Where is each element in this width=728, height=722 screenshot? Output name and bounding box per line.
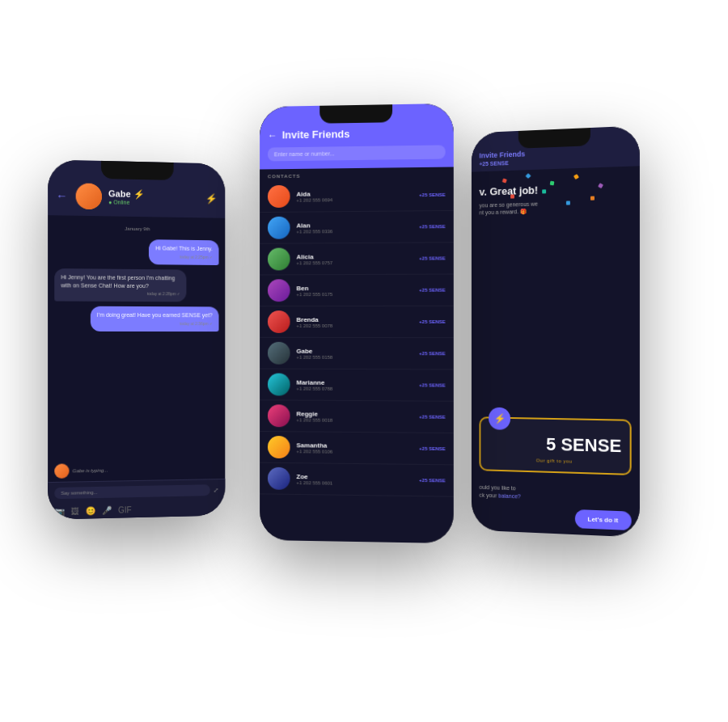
contact-marianne-name: Marianne <box>296 378 413 386</box>
confetti-4 <box>574 174 579 179</box>
chat-input-field[interactable]: Say something... <box>54 484 210 499</box>
contact-alan-info: Alan +1 202 555 0336 <box>296 221 413 234</box>
reward-lets-do-it-button[interactable]: Let's do it <box>574 509 631 530</box>
message-1-text: Hi Gabe! This is Jenny. <box>155 245 213 251</box>
contact-zoe-info: Zoe +1 202 555 0601 <box>296 473 413 487</box>
contact-brenda: Brenda +1 202 555 0078 +25 SENSE <box>260 306 454 338</box>
contact-brenda-name: Brenda <box>296 315 413 323</box>
chat-screen: ← Gabe ⚡ ● Online ⚡ January 9th Hi Gabe!… <box>48 159 225 519</box>
contact-gabe: Gabe +1 202 555 0158 +25 SENSE <box>260 338 454 370</box>
contact-gabe-name: Gabe <box>296 347 413 354</box>
reward-great-job-text: v. Great job! <box>479 184 538 199</box>
confetti-8 <box>590 196 595 201</box>
confetti-1 <box>502 178 507 183</box>
contact-alan: Alan +1 202 555 0336 +25 SENSE <box>260 211 454 244</box>
contact-samantha-action[interactable]: +25 SENSE <box>419 446 446 451</box>
reward-confetti-area: v. Great job! you are so generous went y… <box>472 166 640 413</box>
contact-samantha-info: Samantha +1 202 555 0106 <box>296 441 413 454</box>
phone-chat: ← Gabe ⚡ ● Online ⚡ January 9th Hi Gabe!… <box>48 159 225 519</box>
contact-aida-action[interactable]: +25 SENSE <box>419 192 446 197</box>
emoji-icon[interactable]: 😊 <box>86 506 95 515</box>
chat-messages: January 9th Hi Gabe! This is Jenny. toda… <box>48 215 225 461</box>
chat-name-block: Gabe ⚡ ● Online <box>108 188 199 206</box>
contact-alan-action[interactable]: +25 SENSE <box>419 224 446 229</box>
reward-bottom: ould you like tock your balance? Let's d… <box>472 477 640 538</box>
invite-title-row: ← Invite Friends <box>268 126 446 141</box>
contact-marianne-phone: +1 202 555 0788 <box>296 386 413 391</box>
contact-alicia-phone: +1 202 555 0757 <box>296 260 413 265</box>
reward-gift-label: Our gift to you <box>489 457 621 466</box>
typing-avatar <box>54 463 69 479</box>
image-icon[interactable]: 🖼 <box>71 507 79 516</box>
contact-samantha-avatar <box>268 436 290 458</box>
contact-marianne-avatar <box>268 374 290 396</box>
phone-reward: Invite Friends +25 SENSE v. Great job! <box>472 125 640 537</box>
confetti-9 <box>566 201 570 205</box>
contact-ben-name: Ben <box>296 284 413 291</box>
invite-back-icon[interactable]: ← <box>268 129 277 141</box>
contact-samantha: Samantha +1 202 555 0106 +25 SENSE <box>260 432 454 465</box>
chat-icons-bar: 📷 🖼 😊 🎤 GIF <box>48 500 225 520</box>
confetti-2 <box>526 173 531 179</box>
reward-notch <box>518 128 590 149</box>
chat-expand-icon[interactable]: ⤢ <box>214 486 219 493</box>
contact-reggie-avatar <box>268 404 290 427</box>
contact-gabe-avatar <box>268 342 290 365</box>
contact-brenda-avatar <box>268 310 290 333</box>
contact-marianne-info: Marianne +1 202 555 0788 <box>296 378 413 391</box>
contact-ben-avatar <box>268 279 290 302</box>
chat-bolt-icon[interactable]: ⚡ <box>205 193 218 205</box>
phone-invite: ← Invite Friends Enter name or number...… <box>260 103 454 543</box>
contact-alicia: Alicia +1 202 555 0757 +25 SENSE <box>260 243 454 275</box>
reward-btn-row: Let's do it <box>479 505 631 530</box>
contact-alicia-action[interactable]: +25 SENSE <box>419 255 446 260</box>
message-2-text: Hi Jenny! You are the first person I'm c… <box>61 274 175 289</box>
invite-title: Invite Friends <box>282 128 350 141</box>
scene: ← Gabe ⚡ ● Online ⚡ January 9th Hi Gabe!… <box>0 0 728 722</box>
reward-amount: 5 SENSE <box>489 433 621 458</box>
contact-reggie-phone: +1 202 555 0018 <box>296 417 413 423</box>
message-2-time: today at 2:28pm ✓ <box>61 291 180 298</box>
confetti-7 <box>542 189 546 193</box>
confetti-3 <box>550 181 555 186</box>
contact-gabe-action[interactable]: +25 SENSE <box>419 351 446 356</box>
contact-zoe-phone: +1 202 555 0601 <box>296 480 413 487</box>
contact-aida-avatar <box>268 185 290 208</box>
invite-notch <box>320 104 392 124</box>
contact-ben-action[interactable]: +25 SENSE <box>419 288 446 293</box>
chat-back-icon[interactable]: ← <box>56 189 67 202</box>
confetti-5 <box>598 183 603 188</box>
contact-brenda-info: Brenda +1 202 555 0078 <box>296 315 413 327</box>
contacts-list: Aida +1 202 555 0694 +25 SENSE Alan +1 2… <box>260 179 454 544</box>
contact-reggie-action[interactable]: +25 SENSE <box>419 415 446 420</box>
gif-icon[interactable]: GIF <box>118 505 132 514</box>
contact-marianne-action[interactable]: +25 SENSE <box>419 382 446 387</box>
contact-brenda-action[interactable]: +25 SENSE <box>419 319 446 324</box>
reward-question-text: ould you like tock your balance? <box>479 483 631 505</box>
contact-aida: Aida +1 202 555 0694 +25 SENSE <box>260 179 454 213</box>
contact-gabe-phone: +1 202 555 0158 <box>296 354 413 359</box>
contact-zoe-action[interactable]: +25 SENSE <box>419 478 446 483</box>
contact-ben-info: Ben +1 202 555 0175 <box>296 284 413 296</box>
invite-search-field[interactable]: Enter name or number... <box>268 145 446 161</box>
mic-icon[interactable]: 🎤 <box>102 506 112 515</box>
contact-aida-info: Aida +1 202 555 0694 <box>296 189 413 202</box>
contact-samantha-phone: +1 202 555 0106 <box>296 449 413 454</box>
contact-zoe-avatar <box>268 467 290 490</box>
contact-gabe-info: Gabe +1 202 555 0158 <box>296 347 413 359</box>
contact-reggie-info: Reggie +1 202 555 0018 <box>296 410 413 423</box>
reward-card: ⚡ 5 SENSE Our gift to you <box>479 417 631 476</box>
contact-alicia-avatar <box>268 248 290 271</box>
contact-reggie: Reggie +1 202 555 0018 +25 SENSE <box>260 400 454 433</box>
phone-reward-inner: Invite Friends +25 SENSE v. Great job! <box>472 125 640 537</box>
chat-contact-status: ● Online <box>108 199 199 206</box>
reward-screen: Invite Friends +25 SENSE v. Great job! <box>472 125 640 537</box>
reward-balance-link[interactable]: balance? <box>498 493 521 500</box>
contact-ben-phone: +1 202 555 0175 <box>296 291 413 296</box>
message-3: I'm doing great! Have you earned SENSE y… <box>91 306 219 331</box>
contact-alicia-info: Alicia +1 202 555 0757 <box>296 252 413 265</box>
camera-icon[interactable]: 📷 <box>54 507 64 516</box>
contact-marianne: Marianne +1 202 555 0788 +25 SENSE <box>260 369 454 402</box>
contact-ben: Ben +1 202 555 0175 +25 SENSE <box>260 275 454 307</box>
typing-text: Gabe is typing... <box>73 468 108 474</box>
